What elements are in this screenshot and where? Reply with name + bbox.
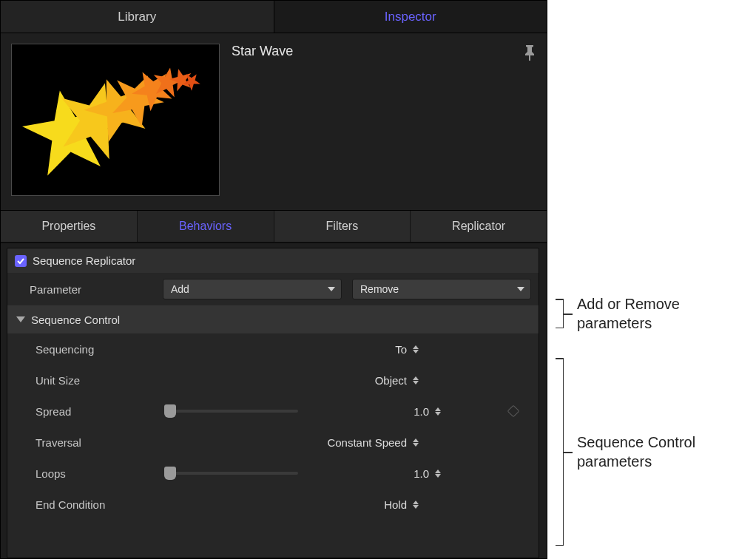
parameter-remove-text: Remove [360, 283, 399, 295]
svg-rect-1 [529, 55, 530, 61]
param-spread-label: Spread [36, 405, 165, 418]
param-sequencing-value[interactable]: To [377, 343, 407, 356]
pin-icon[interactable] [523, 44, 536, 61]
stepper-icon[interactable] [413, 438, 419, 447]
tab-behaviors[interactable]: Behaviors [138, 211, 274, 242]
tab-inspector[interactable]: Inspector [274, 1, 547, 33]
param-traversal-value[interactable]: Constant Speed [327, 436, 407, 449]
chevron-down-icon [328, 287, 335, 291]
callout-seq-control: Sequence Control parameters [547, 358, 740, 546]
param-end-condition: End Condition Hold [7, 489, 539, 520]
behavior-header: Sequence Replicator [7, 248, 539, 273]
param-loops-value[interactable]: 1.0 [399, 467, 429, 480]
top-tab-bar: Library Inspector [1, 1, 547, 33]
param-traversal: Traversal Constant Speed [7, 427, 539, 458]
param-end-condition-value[interactable]: Hold [377, 498, 407, 511]
parameter-remove-dropdown[interactable]: Remove [352, 279, 531, 299]
param-loops: Loops 1.0 [7, 458, 539, 489]
tab-replicator[interactable]: Replicator [411, 211, 547, 242]
sub-tab-bar: Properties Behaviors Filters Replicator [1, 211, 547, 243]
tab-filters[interactable]: Filters [274, 211, 411, 242]
keyframe-icon[interactable] [507, 405, 520, 418]
inspector-body: Sequence Replicator Parameter Add Remove [1, 243, 547, 558]
slider-thumb-icon[interactable] [164, 404, 176, 418]
stepper-icon[interactable] [435, 407, 441, 416]
stepper-icon[interactable] [413, 501, 419, 509]
parameter-add-dropdown[interactable]: Add [163, 279, 342, 299]
loops-slider[interactable] [165, 466, 298, 481]
slider-thumb-icon[interactable] [164, 467, 176, 480]
parameter-label: Parameter [30, 283, 155, 296]
parameter-add-text: Add [171, 283, 189, 295]
stepper-icon[interactable] [413, 376, 419, 384]
page-title: Star Wave [232, 44, 293, 59]
param-loops-label: Loops [36, 467, 165, 480]
preview-thumbnail[interactable] [11, 44, 220, 196]
callouts-area: Add or Remove parameters Sequence Contro… [547, 0, 756, 559]
inspector-panel: Library Inspector [0, 0, 547, 559]
param-unit-size-label: Unit Size [36, 374, 165, 387]
tab-properties[interactable]: Properties [1, 211, 138, 242]
param-spread: Spread 1.0 [7, 396, 539, 427]
stepper-icon[interactable] [413, 345, 419, 353]
param-spread-value[interactable]: 1.0 [399, 405, 429, 418]
sequence-control-title: Sequence Control [31, 314, 120, 326]
callout-add-remove-text: Add or Remove parameters [577, 294, 740, 333]
parameter-row: Parameter Add Remove [7, 273, 539, 305]
tab-library[interactable]: Library [1, 1, 274, 33]
sequence-control-header[interactable]: Sequence Control [7, 305, 539, 333]
param-sequencing: Sequencing To [7, 333, 539, 365]
stepper-icon[interactable] [435, 470, 441, 478]
chevron-down-icon [517, 287, 524, 291]
behavior-name: Sequence Replicator [33, 254, 135, 267]
callout-add-remove: Add or Remove parameters [547, 294, 740, 333]
disclosure-triangle-icon [16, 316, 25, 322]
param-sequencing-label: Sequencing [36, 343, 165, 356]
behavior-enable-checkbox[interactable] [15, 255, 27, 267]
behavior-panel: Sequence Replicator Parameter Add Remove [7, 248, 539, 558]
callout-seq-control-text: Sequence Control parameters [577, 433, 740, 471]
spread-slider[interactable] [165, 404, 298, 419]
param-end-condition-label: End Condition [36, 498, 165, 511]
param-unit-size-value[interactable]: Object [375, 374, 407, 387]
header-right: Star Wave [220, 44, 536, 61]
param-traversal-label: Traversal [36, 436, 165, 449]
param-unit-size: Unit Size Object [7, 365, 539, 396]
header: Star Wave [1, 33, 547, 211]
